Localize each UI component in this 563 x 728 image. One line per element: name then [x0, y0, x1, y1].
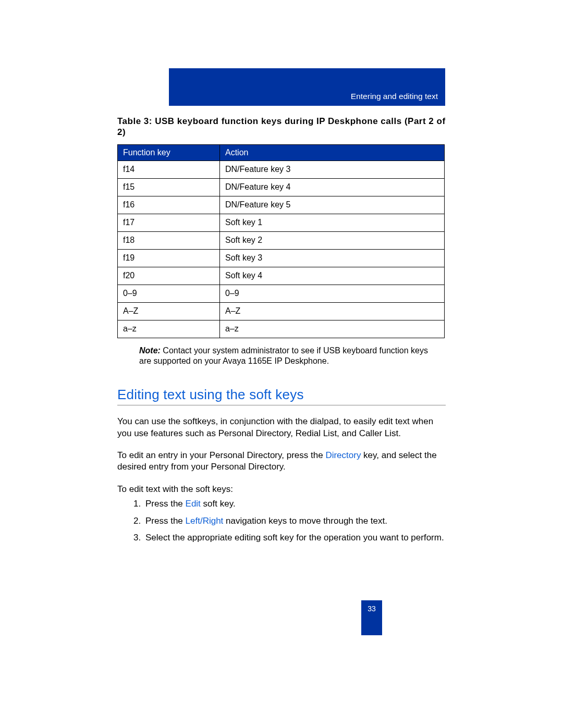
cell-action: DN/Feature key 4	[220, 178, 445, 196]
step-2: Press the Left/Right navigation keys to …	[143, 515, 446, 527]
table-row: a–za–z	[118, 320, 445, 338]
content-area: Table 3: USB keyboard function keys duri…	[117, 116, 446, 553]
cell-key: f16	[118, 196, 220, 214]
cell-action: DN/Feature key 3	[220, 161, 445, 178]
directory-key: Directory	[325, 450, 361, 460]
para2-pre: To edit an entry in your Personal Direct…	[117, 450, 325, 460]
step2-pre: Press the	[145, 516, 186, 526]
cell-key: a–z	[118, 320, 220, 338]
cell-key: 0–9	[118, 285, 220, 302]
section-heading: Editing text using the soft keys	[117, 387, 446, 405]
cell-action: Soft key 3	[220, 249, 445, 267]
table-row: f14DN/Feature key 3	[118, 161, 445, 178]
note-block: Note: Contact your system administrator …	[139, 346, 439, 367]
table-row: f18Soft key 2	[118, 231, 445, 249]
cell-key: f18	[118, 231, 220, 249]
cell-key: f14	[118, 161, 220, 178]
page-number: 33	[361, 600, 382, 613]
table-row: f15DN/Feature key 4	[118, 178, 445, 196]
note-text: Contact your system administrator to see…	[139, 346, 428, 366]
table-header-row: Function key Action	[118, 144, 445, 161]
cell-action: A–Z	[220, 302, 445, 320]
step-3: Select the appropriate editing soft key …	[143, 532, 446, 544]
paragraph-1: You can use the softkeys, in conjunction…	[117, 416, 446, 439]
step2-post: navigation keys to move through the text…	[223, 516, 387, 526]
cell-key: f20	[118, 267, 220, 285]
step1-pre: Press the	[145, 499, 186, 509]
table-row: f17Soft key 1	[118, 214, 445, 231]
table-title: Table 3: USB keyboard function keys duri…	[117, 116, 446, 138]
table-row: f16DN/Feature key 5	[118, 196, 445, 214]
col-function-key: Function key	[118, 144, 220, 161]
left-right-key: Left/Right	[186, 516, 224, 526]
table-row: f19Soft key 3	[118, 249, 445, 267]
steps-list: Press the Edit soft key. Press the Left/…	[117, 498, 446, 544]
cell-action: Soft key 1	[220, 214, 445, 231]
header-section-title: Entering and editing text	[351, 92, 438, 101]
cell-action: a–z	[220, 320, 445, 338]
table-row: 0–90–9	[118, 285, 445, 302]
cell-action: DN/Feature key 5	[220, 196, 445, 214]
table-row: f20Soft key 4	[118, 267, 445, 285]
paragraph-3: To edit text with the soft keys:	[117, 484, 446, 495]
edit-key: Edit	[186, 499, 201, 509]
page: Entering and editing text Table 3: USB k…	[0, 0, 563, 728]
step1-post: soft key.	[201, 499, 236, 509]
cell-action: 0–9	[220, 285, 445, 302]
cell-action: Soft key 2	[220, 231, 445, 249]
function-key-table: Function key Action f14DN/Feature key 3 …	[117, 144, 445, 338]
header-bar: Entering and editing text	[169, 68, 445, 106]
col-action: Action	[220, 144, 445, 161]
note-label: Note:	[139, 346, 161, 355]
step-1: Press the Edit soft key.	[143, 498, 446, 510]
cell-key: f15	[118, 178, 220, 196]
paragraph-2: To edit an entry in your Personal Direct…	[117, 450, 446, 473]
cell-action: Soft key 4	[220, 267, 445, 285]
cell-key: f19	[118, 249, 220, 267]
table-row: A–ZA–Z	[118, 302, 445, 320]
page-number-box: 33	[361, 600, 382, 635]
cell-key: f17	[118, 214, 220, 231]
cell-key: A–Z	[118, 302, 220, 320]
